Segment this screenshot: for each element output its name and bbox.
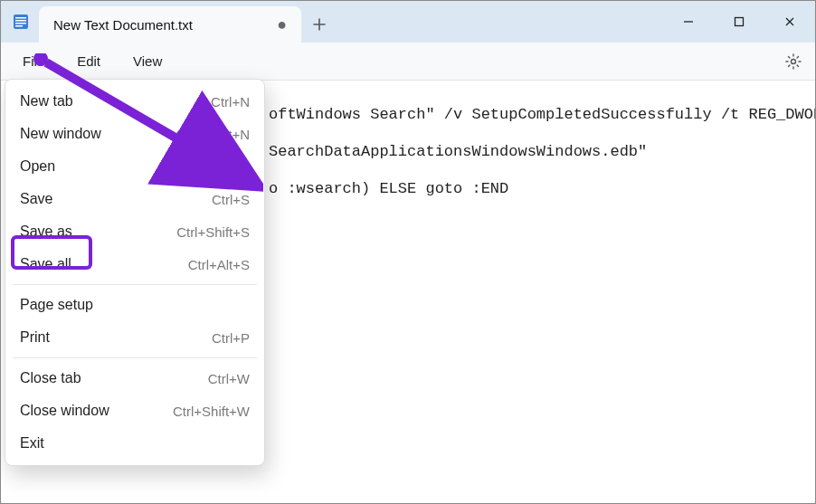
menu-item-shortcut: Ctrl+Shift+W xyxy=(173,404,250,419)
menu-separator xyxy=(13,357,257,358)
settings-button[interactable] xyxy=(781,49,806,74)
svg-rect-1 xyxy=(15,17,26,19)
title-bar: New Text Document.txt ● xyxy=(1,1,815,43)
save-item[interactable]: Save Ctrl+S xyxy=(5,183,264,215)
svg-rect-0 xyxy=(14,14,28,29)
menu-item-label: Print xyxy=(20,329,50,346)
close-window-item[interactable]: Close window Ctrl+Shift+W xyxy=(5,395,264,427)
new-tab-button[interactable] xyxy=(301,6,337,43)
page-setup-item[interactable]: Page setup xyxy=(5,289,264,321)
new-window-item[interactable]: New window Ctrl+Shift+N xyxy=(5,118,264,150)
minimize-button[interactable] xyxy=(663,1,714,43)
maximize-button[interactable] xyxy=(714,1,764,43)
menu-item-label: New window xyxy=(20,126,101,142)
svg-point-7 xyxy=(792,59,796,63)
svg-rect-6 xyxy=(735,18,744,26)
print-item[interactable]: Print Ctrl+P xyxy=(5,321,264,354)
menu-item-label: Open xyxy=(20,158,55,175)
menu-item-shortcut: Ctrl+Alt+S xyxy=(188,257,250,272)
close-button[interactable] xyxy=(764,1,815,43)
unsaved-indicator-icon: ● xyxy=(277,15,287,34)
save-all-item[interactable]: Save all Ctrl+Alt+S xyxy=(5,248,264,281)
save-as-item[interactable]: Save as Ctrl+Shift+S xyxy=(5,215,264,248)
exit-item[interactable]: Exit xyxy=(5,427,264,460)
menu-separator xyxy=(13,284,257,285)
edit-menu[interactable]: Edit xyxy=(64,48,113,74)
menu-item-label: Page setup xyxy=(20,297,93,313)
menu-item-label: Close window xyxy=(20,403,109,419)
document-tab[interactable]: New Text Document.txt ● xyxy=(39,6,301,43)
menu-item-shortcut: Ctrl+Shift+N xyxy=(176,127,250,142)
menu-item-label: Exit xyxy=(20,435,44,452)
file-menu[interactable]: File xyxy=(10,48,57,74)
menu-item-shortcut: Ctrl+S xyxy=(212,192,250,207)
menu-item-label: Close tab xyxy=(20,370,81,386)
svg-rect-4 xyxy=(15,25,23,27)
menu-item-label: New tab xyxy=(20,93,73,109)
window-controls xyxy=(663,1,815,43)
file-menu-dropdown: New tab Ctrl+N New window Ctrl+Shift+N O… xyxy=(5,79,265,466)
menu-item-shortcut: Ctrl+W xyxy=(208,371,250,386)
menu-item-label: Save as xyxy=(20,223,72,240)
svg-rect-3 xyxy=(15,23,26,24)
menu-item-shortcut: Ctrl+P xyxy=(212,330,250,346)
menu-item-shortcut: Ctrl+N xyxy=(211,94,250,109)
svg-rect-2 xyxy=(15,20,26,22)
menu-item-shortcut: Ctrl+Shift+S xyxy=(176,224,250,240)
editor-line: o :wsearch) ELSE goto :END xyxy=(269,180,508,197)
open-item[interactable]: Open Ctrl+O xyxy=(5,150,264,183)
menu-item-label: Save xyxy=(20,191,52,207)
editor-line: SearchDataApplicationsWindowsWindows.edb… xyxy=(269,143,647,160)
notepad-app-icon xyxy=(8,1,33,43)
close-tab-item[interactable]: Close tab Ctrl+W xyxy=(5,362,264,395)
view-menu[interactable]: View xyxy=(120,48,175,74)
editor-line: oftWindows Search" /v SetupCompletedSucc… xyxy=(269,106,816,123)
menu-item-shortcut: Ctrl+O xyxy=(210,159,250,175)
tab-title: New Text Document.txt xyxy=(53,17,193,33)
menu-bar: File Edit View xyxy=(1,43,815,81)
menu-item-label: Save all xyxy=(20,256,71,272)
new-tab-item[interactable]: New tab Ctrl+N xyxy=(5,85,264,118)
